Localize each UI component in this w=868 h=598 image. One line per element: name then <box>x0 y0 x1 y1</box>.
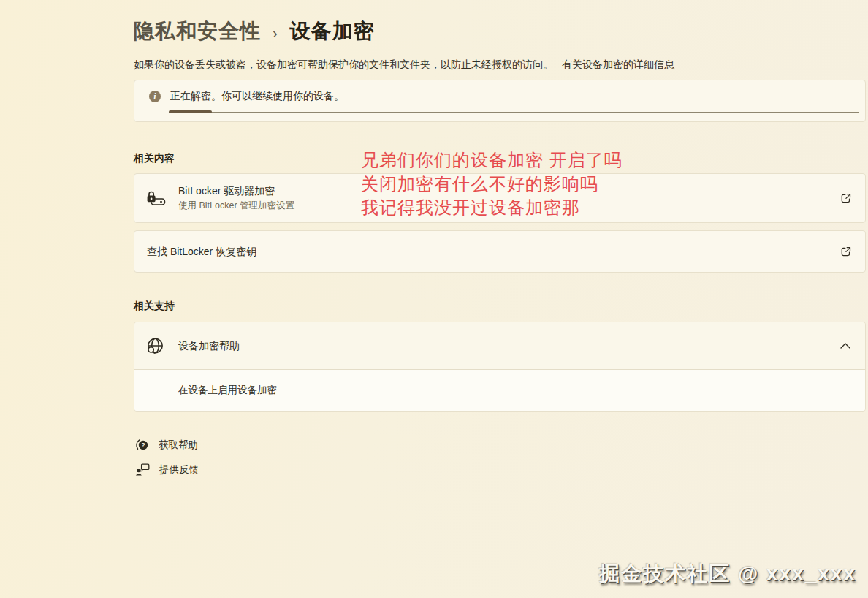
watermark: 掘金技术社区 @ xxx_xxx <box>599 560 856 588</box>
annotation-line: 我记得我没开过设备加密那 <box>361 196 623 220</box>
bitlocker-card-subtitle: 使用 BitLocker 管理加密设置 <box>178 200 294 212</box>
decryption-status-banner: i 正在解密。你可以继续使用你的设备。 <box>134 80 866 122</box>
decryption-progress-bar <box>169 110 859 114</box>
breadcrumb-parent[interactable]: 隐私和安全性 <box>134 18 261 45</box>
chevron-up-icon[interactable] <box>840 343 850 349</box>
globe-search-icon <box>145 336 165 356</box>
device-encryption-help-expander: 设备加密帮助 在设备上启用设备加密 <box>134 322 866 412</box>
svg-text:?: ? <box>141 442 145 449</box>
page-title: 设备加密 <box>290 18 375 45</box>
enable-encryption-link[interactable]: 在设备上启用设备加密 <box>178 384 277 397</box>
breadcrumb: 隐私和安全性 › 设备加密 <box>134 18 866 45</box>
feedback-icon <box>135 463 150 477</box>
external-link-icon <box>840 246 852 257</box>
learn-more-link[interactable]: 有关设备加密的详细信息 <box>562 58 674 70</box>
info-icon: i <box>149 91 161 102</box>
settings-page: 隐私和安全性 › 设备加密 如果你的设备丢失或被盗，设备加密可帮助保护你的文件和… <box>134 0 866 477</box>
page-description: 如果你的设备丢失或被盗，设备加密可帮助保护你的文件和文件夹，以防止未经授权的访问… <box>134 57 866 72</box>
get-help-link[interactable]: ? 获取帮助 <box>135 438 866 452</box>
progress-fill <box>169 110 212 113</box>
recovery-key-card[interactable]: 查找 BitLocker 恢复密钥 <box>134 230 866 273</box>
bitlocker-card-title: BitLocker 驱动器加密 <box>178 184 294 198</box>
get-help-label: 获取帮助 <box>159 439 198 452</box>
annotation-line: 关闭加密有什么不好的影响吗 <box>361 173 623 197</box>
annotation-line: 兄弟们你们的设备加密 开启了吗 <box>361 148 623 173</box>
give-feedback-label: 提供反馈 <box>159 463 199 477</box>
description-text: 如果你的设备丢失或被盗，设备加密可帮助保护你的文件和文件夹，以防止未经授权的访问… <box>134 58 553 70</box>
breadcrumb-chevron-icon: › <box>273 25 278 42</box>
help-expander-content: 在设备上启用设备加密 <box>134 370 865 411</box>
get-help-icon: ? <box>135 438 149 452</box>
related-support-header: 相关支持 <box>134 298 866 313</box>
banner-message: 正在解密。你可以继续使用你的设备。 <box>170 90 344 103</box>
bitlocker-drive-lock-icon <box>145 189 166 207</box>
give-feedback-link[interactable]: 提供反馈 <box>135 463 866 477</box>
annotation-overlay: 兄弟们你们的设备加密 开启了吗 关闭加密有什么不好的影响吗 我记得我没开过设备加… <box>361 148 623 220</box>
recovery-key-card-title: 查找 BitLocker 恢复密钥 <box>147 245 256 259</box>
help-expander-title: 设备加密帮助 <box>178 339 240 353</box>
progress-track <box>169 112 859 113</box>
external-link-icon <box>840 192 852 204</box>
help-expander-header[interactable]: 设备加密帮助 <box>134 322 865 369</box>
